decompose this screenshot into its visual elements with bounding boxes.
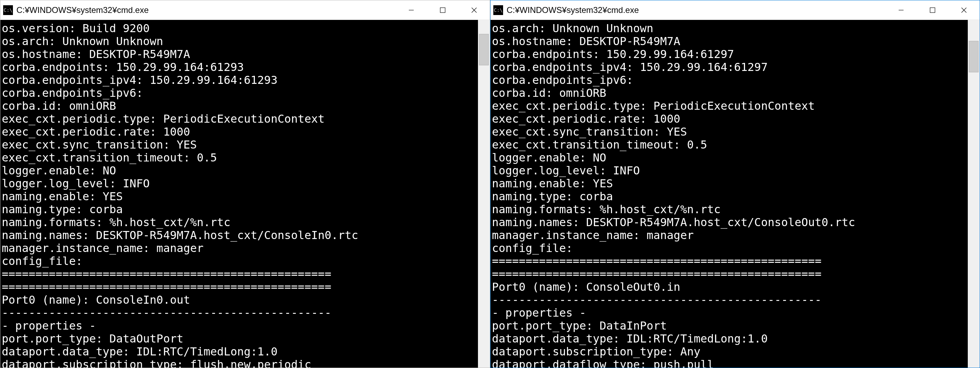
minimize-button[interactable] bbox=[396, 0, 427, 20]
console-line: os.arch: Unknown Unknown bbox=[2, 35, 163, 48]
console-line: corba.endpoints_ipv6: bbox=[2, 86, 143, 99]
console-output[interactable]: os.version: Build 9200 os.arch: Unknown … bbox=[0, 20, 478, 368]
console-line: os.hostname: DESKTOP-R549M7A bbox=[492, 35, 680, 48]
console-line: corba.endpoints_ipv6: bbox=[492, 74, 633, 87]
console-line: os.version: Build 9200 bbox=[2, 22, 150, 35]
console-line: corba.id: omniORB bbox=[492, 86, 606, 99]
console-line: exec_cxt.transition_timeout: 0.5 bbox=[2, 151, 217, 164]
window-title: C:¥WINDOWS¥system32¥cmd.exe bbox=[16, 5, 149, 15]
console-line: dataport.data_type: IDL:RTC/TimedLong:1.… bbox=[2, 345, 278, 358]
svg-rect-5 bbox=[930, 8, 935, 13]
maximize-icon bbox=[929, 6, 936, 14]
cmd-window-left: C:\ C:¥WINDOWS¥system32¥cmd.exe os.versi… bbox=[0, 0, 490, 368]
console-line: exec_cxt.sync_transition: YES bbox=[2, 138, 197, 151]
console-line: naming.formats: %h.host_cxt/%n.rtc bbox=[492, 203, 721, 216]
console-line: dataport.data_type: IDL:RTC/TimedLong:1.… bbox=[492, 332, 768, 345]
console-line: ----------------------------------------… bbox=[2, 306, 331, 319]
console-line: naming.type: corba bbox=[2, 203, 123, 216]
console-line: logger.log_level: INFO bbox=[2, 177, 150, 190]
console-line: port.port_type: DataOutPort bbox=[2, 332, 183, 345]
minimize-icon bbox=[408, 6, 415, 14]
svg-rect-1 bbox=[440, 8, 445, 13]
console-line: - properties - bbox=[2, 319, 96, 332]
console-line: port.port_type: DataInPort bbox=[492, 319, 667, 332]
console-line: corba.endpoints: 150.29.99.164:61293 bbox=[2, 61, 244, 74]
console-line: ----------------------------------------… bbox=[492, 293, 821, 307]
console-line: exec_cxt.periodic.rate: 1000 bbox=[492, 112, 680, 125]
console-line: corba.id: omniORB bbox=[2, 99, 116, 112]
console-line: naming.formats: %h.host_cxt/%n.rtc bbox=[2, 216, 231, 229]
window-title: C:¥WINDOWS¥system32¥cmd.exe bbox=[507, 5, 639, 15]
console-output[interactable]: os.arch: Unknown Unknown os.hostname: DE… bbox=[490, 20, 968, 368]
console-line: manager.instance_name: manager bbox=[2, 242, 204, 255]
close-icon bbox=[470, 6, 478, 14]
console-line: dataport.subscription_type: Any bbox=[492, 345, 700, 358]
console-line: logger.enable: NO bbox=[492, 151, 606, 164]
maximize-icon bbox=[439, 6, 446, 14]
console-line: corba.endpoints_ipv4: 150.29.99.164:6129… bbox=[492, 61, 768, 74]
cmd-window-right: C:\ C:¥WINDOWS¥system32¥cmd.exe os.arch:… bbox=[490, 0, 980, 368]
vertical-scrollbar[interactable] bbox=[478, 20, 490, 368]
maximize-button[interactable] bbox=[917, 0, 948, 20]
console-line: ========================================… bbox=[492, 267, 821, 281]
cmd-icon: C:\ bbox=[3, 5, 13, 15]
console-line: os.hostname: DESKTOP-R549M7A bbox=[2, 48, 190, 61]
console-line: Port0 (name): ConsoleIn0.out bbox=[2, 293, 190, 307]
console-line: logger.log_level: INFO bbox=[492, 164, 640, 177]
console-line: dataport.dataflow_type: push,pull bbox=[492, 358, 714, 368]
minimize-button[interactable] bbox=[885, 0, 917, 20]
console-line: dataport.subscription_type: flush,new,pe… bbox=[2, 358, 311, 368]
console-line: - properties - bbox=[492, 306, 586, 319]
console-line: exec_cxt.periodic.type: PeriodicExecutio… bbox=[2, 112, 325, 125]
console-line: config_file: bbox=[492, 242, 573, 255]
console-line: naming.enable: YES bbox=[492, 177, 613, 190]
vertical-scrollbar[interactable] bbox=[968, 20, 980, 368]
minimize-icon bbox=[897, 6, 905, 14]
console-line: corba.endpoints: 150.29.99.164:61297 bbox=[492, 48, 734, 61]
cmd-icon: C:\ bbox=[493, 5, 503, 15]
console-line: exec_cxt.periodic.rate: 1000 bbox=[2, 125, 190, 138]
console-line: os.arch: Unknown Unknown bbox=[492, 22, 653, 35]
close-button[interactable] bbox=[458, 0, 490, 20]
titlebar-left[interactable]: C:\ C:¥WINDOWS¥system32¥cmd.exe bbox=[0, 0, 490, 20]
client-area: os.version: Build 9200 os.arch: Unknown … bbox=[0, 20, 490, 368]
close-button[interactable] bbox=[948, 0, 980, 20]
scrollbar-thumb[interactable] bbox=[969, 41, 978, 72]
console-line: naming.names: DESKTOP-R549M7A.host_cxt/C… bbox=[2, 229, 358, 242]
console-line: ========================================… bbox=[2, 280, 331, 294]
console-line: corba.endpoints_ipv4: 150.29.99.164:6129… bbox=[2, 74, 278, 87]
console-line: config_file: bbox=[2, 254, 83, 268]
console-line: ========================================… bbox=[2, 267, 331, 281]
console-line: naming.enable: YES bbox=[2, 190, 123, 203]
titlebar-right[interactable]: C:\ C:¥WINDOWS¥system32¥cmd.exe bbox=[490, 0, 980, 20]
close-icon bbox=[960, 6, 968, 14]
console-line: naming.names: DESKTOP-R549M7A.host_cxt/C… bbox=[492, 216, 855, 229]
scrollbar-thumb[interactable] bbox=[479, 34, 489, 66]
console-line: Port0 (name): ConsoleOut0.in bbox=[492, 280, 680, 294]
console-line: manager.instance_name: manager bbox=[492, 229, 694, 242]
console-line: logger.enable: NO bbox=[2, 164, 116, 177]
console-line: ========================================… bbox=[492, 254, 821, 268]
console-line: exec_cxt.transition_timeout: 0.5 bbox=[492, 138, 707, 151]
maximize-button[interactable] bbox=[427, 0, 458, 20]
console-line: naming.type: corba bbox=[492, 190, 613, 203]
console-line: exec_cxt.sync_transition: YES bbox=[492, 125, 687, 138]
client-area: os.arch: Unknown Unknown os.hostname: DE… bbox=[490, 20, 980, 368]
console-line: exec_cxt.periodic.type: PeriodicExecutio… bbox=[492, 99, 815, 112]
